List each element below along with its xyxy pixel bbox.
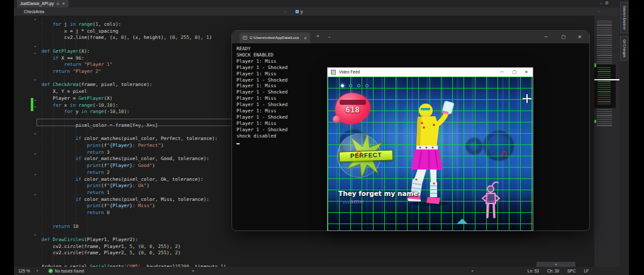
terminal-tab-close-icon[interactable]: ✕ [304, 36, 307, 40]
tab-close-icon[interactable]: ✕ [62, 0, 65, 8]
sidebar-tab-solution-explorer[interactable]: Solution Explorer [620, 2, 628, 33]
progress-dot [365, 84, 369, 87]
minimap-change-marker [594, 63, 596, 67]
check-icon: ✓ [48, 269, 53, 273]
code-line[interactable]: x = j * col_spacing [14, 24, 594, 31]
terminal-line: Player 1 - Shocked [236, 114, 287, 121]
editor-tab[interactable]: JustDance_API.py ⊙ ✕ [17, 0, 69, 8]
fold-chevron-icon[interactable]: ⌄ [33, 16, 37, 21]
nav-collapse-icon[interactable]: − [598, 8, 601, 16]
code-line[interactable] [14, 252, 594, 259]
pictogram-arrow-icon [457, 218, 467, 224]
fold-chevron-icon[interactable]: ⌄ [33, 151, 37, 156]
terminal-output[interactable]: READYSHOCK ENABLEDPlayer 1: MissPlayer 1… [236, 46, 287, 144]
terminal-line: Player 1: Miss [236, 121, 287, 127]
minimap[interactable] [594, 16, 619, 267]
perfect-banner: PERFECT [339, 150, 394, 163]
fold-chevron-icon[interactable]: ⌄ [33, 77, 37, 82]
video-canvas: 618 PERFECT [328, 77, 533, 230]
score-blob-small [333, 116, 340, 123]
terminal-line: READY [236, 46, 287, 52]
progress-dots [341, 84, 369, 87]
zoom-dropdown-icon[interactable]: ▾ [36, 267, 38, 275]
fold-chevron-icon[interactable]: ⌄ [33, 43, 37, 48]
navigation-bar: CheckArea − y − [14, 8, 619, 16]
nav-member-dropdown[interactable]: y [296, 8, 303, 16]
issues-status-label: No issues found [55, 267, 84, 275]
video-titlebar[interactable]: Video Feed ─ ▢ ✕ [328, 68, 533, 77]
pictogram-figure [477, 181, 506, 225]
terminal-cursor [236, 143, 240, 144]
minimap-viewport [594, 65, 616, 108]
code-line[interactable]: ⌄ for j in range(1, cols): [14, 17, 594, 24]
terminal-line: shock disabled [236, 133, 287, 139]
breadcrumb[interactable]: CheckArea [24, 8, 44, 16]
video-feed-window: Video Feed ─ ▢ ✕ 618 [327, 67, 533, 231]
lyrics-line-1: They forget my name [338, 190, 418, 197]
scroll-right-icon[interactable]: ▸ [472, 267, 474, 275]
sidebar-tab-git-changes[interactable]: Git Changes [620, 36, 628, 61]
line-indicator: Ln: 53 [528, 267, 539, 275]
terminal-line: Player 1 - Shocked [236, 127, 287, 133]
current-line-highlight [36, 119, 232, 126]
gear-icon[interactable]: ⚙ [605, 1, 609, 6]
player2-marker [502, 151, 507, 156]
terminal-maximize-button[interactable]: ▢ [555, 31, 572, 43]
fold-chevron-icon[interactable]: ⌄ [33, 131, 37, 136]
fold-chevron-icon[interactable]: ⌄ [33, 232, 37, 237]
video-title: Video Feed [339, 68, 360, 77]
statusbar-popup-button[interactable]: ▾ [536, 262, 575, 267]
encoding-indicator[interactable]: SPC [567, 267, 575, 275]
code-line[interactable]: cv2.circle(frame, Player2, 5, (0, 0, 255… [14, 245, 594, 252]
terminal-tab[interactable]: C:\Users\miles\AppData\Loca ✕ [240, 33, 310, 43]
terminal-line: Player 1 - Shocked [236, 77, 287, 84]
tab-dropdown-button[interactable]: ⌄ [328, 34, 331, 38]
terminal-line: Player 1 - Shocked [236, 65, 287, 71]
player1-marker [357, 151, 362, 156]
terminal-line: Player 1: Miss [236, 58, 287, 65]
nav-separator: − [284, 8, 287, 16]
member-icon [296, 10, 299, 13]
fold-chevron-icon[interactable]: ⌄ [33, 104, 37, 109]
terminal-titlebar[interactable]: C:\Users\miles\AppData\Loca ✕ + ⌄ ─ ▢ ✕ [232, 31, 589, 43]
terminal-tab-title: C:\Users\miles\AppData\Loca [250, 36, 299, 40]
minimap-change-marker [594, 120, 596, 123]
screen: JustDance_API.py ⊙ ✕ − ⚙ CheckArea − y −… [0, 0, 644, 275]
minimap-line-indicator [594, 79, 619, 80]
terminal-line: Player 1: Miss [236, 71, 287, 77]
issues-status[interactable]: ✓ No issues found [48, 267, 84, 275]
lyrics-line-2: ...ame [343, 198, 364, 205]
video-close-button[interactable]: ✕ [521, 68, 532, 77]
video-maximize-button[interactable]: ▢ [509, 68, 520, 77]
terminal-line: Player 1: Miss [236, 108, 287, 114]
zoom-control[interactable]: 125 % [18, 267, 30, 275]
terminal-minimize-button[interactable]: ─ [538, 31, 554, 43]
nav-member-label: y [301, 8, 303, 16]
fold-chevron-icon[interactable]: ⌄ [33, 97, 37, 102]
progress-dot [357, 84, 360, 87]
change-bar [31, 98, 33, 105]
terminal-line: Player 1: Miss [236, 83, 287, 89]
pin-icon[interactable]: ⊙ [56, 0, 59, 8]
terminal-close-button[interactable]: ✕ [572, 31, 588, 43]
video-app-icon [331, 70, 336, 75]
terminal-icon [243, 36, 247, 40]
fold-chevron-icon[interactable]: ⌄ [33, 171, 37, 176]
crosshair-cursor [523, 94, 531, 103]
code-line[interactable]: Arduino = serial.Serial(port='COM5', bau… [14, 259, 594, 266]
fold-chevron-icon[interactable]: ⌄ [33, 50, 37, 55]
perfect-badge: PERFECT [334, 132, 396, 180]
status-bar: 125 % ▾ ✓ No issues found ◂ ▸ Ln: 53 Ch:… [14, 267, 629, 275]
progress-dot [341, 84, 344, 87]
code-line[interactable]: cv2.circle(frame, Player1, 5, (0, 0, 255… [14, 239, 594, 246]
scroll-left-icon[interactable]: ◂ [192, 267, 194, 275]
fold-chevron-icon[interactable]: ⌄ [33, 191, 37, 197]
terminal-line: Player 1: Miss [236, 95, 287, 102]
editor-minimize-icon[interactable]: − [599, 1, 602, 5]
code-line[interactable]: ⌄def DrawCircles(Player1, Player2): [14, 232, 594, 239]
new-tab-button[interactable]: + [316, 33, 319, 39]
eol-indicator[interactable]: LF [584, 267, 589, 275]
video-minimize-button[interactable]: ─ [496, 68, 508, 77]
editor-tab-label: JustDance_API.py [20, 0, 53, 8]
column-indicator: Ch: 30 [547, 267, 559, 275]
